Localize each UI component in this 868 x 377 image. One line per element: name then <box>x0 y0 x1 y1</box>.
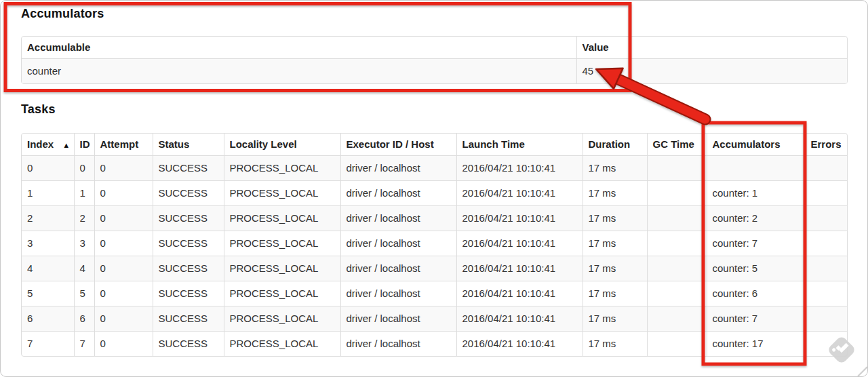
cell-launch-time: 2016/04/21 10:10:41 <box>456 256 583 281</box>
cell-duration: 17 ms <box>583 281 647 306</box>
cell-status: SUCCESS <box>153 180 224 205</box>
cell-status: SUCCESS <box>153 155 224 180</box>
cell-duration: 17 ms <box>583 306 647 331</box>
cell-duration: 17 ms <box>583 205 647 231</box>
cell-gc-time <box>647 281 707 306</box>
cell-index: 5 <box>22 281 74 306</box>
cell-launch-time: 2016/04/21 10:10:41 <box>456 180 583 205</box>
column-header-label: Errors <box>811 138 842 150</box>
column-header-errors[interactable]: Errors <box>805 134 847 155</box>
column-header-duration[interactable]: Duration <box>583 134 647 155</box>
table-row: 660SUCCESSPROCESS_LOCALdriver / localhos… <box>22 306 847 331</box>
tasks-section-title: Tasks <box>21 102 56 117</box>
table-row: 110SUCCESSPROCESS_LOCALdriver / localhos… <box>22 180 847 205</box>
cell-executor-id-host: driver / localhost <box>340 306 456 331</box>
header-row: Index▲IDAttemptStatusLocality LevelExecu… <box>22 134 847 155</box>
column-header-label: Status <box>159 138 190 150</box>
cell-executor-id-host: driver / localhost <box>340 281 456 306</box>
cell-duration: 17 ms <box>583 256 647 281</box>
cell-executor-id-host: driver / localhost <box>340 231 456 256</box>
cell-errors <box>805 231 847 256</box>
cell-attempt: 0 <box>94 331 153 356</box>
cell-executor-id-host: driver / localhost <box>340 180 456 205</box>
cell-gc-time <box>647 306 707 331</box>
cell-id: 3 <box>74 231 94 256</box>
cell-locality-level: PROCESS_LOCAL <box>224 231 340 256</box>
cell-gc-time <box>647 231 707 256</box>
cell-index: 2 <box>22 205 74 231</box>
cell-accumulators: counter: 17 <box>707 331 805 356</box>
cell-accumulators: counter: 2 <box>707 205 805 231</box>
cell-attempt: 0 <box>94 231 153 256</box>
column-header-id[interactable]: ID <box>74 134 94 155</box>
cell-executor-id-host: driver / localhost <box>340 155 456 180</box>
tasks-table: Index▲IDAttemptStatusLocality LevelExecu… <box>21 133 848 357</box>
table-row: 550SUCCESSPROCESS_LOCALdriver / localhos… <box>22 281 847 306</box>
cell-id: 5 <box>74 281 94 306</box>
cell-gc-time <box>647 180 707 205</box>
cell-gc-time <box>647 155 707 180</box>
cell-locality-level: PROCESS_LOCAL <box>224 331 340 356</box>
sort-ascending-icon: ▲ <box>62 141 70 149</box>
cell-gc-time <box>647 331 707 356</box>
cell-index: 1 <box>22 180 74 205</box>
column-header-label: Executor ID / Host <box>347 138 434 150</box>
cell-index: 0 <box>22 155 74 180</box>
column-header-attempt[interactable]: Attempt <box>94 134 153 155</box>
cell-launch-time: 2016/04/21 10:10:41 <box>456 281 583 306</box>
cell-duration: 17 ms <box>583 180 647 205</box>
column-header-label: Locality Level <box>230 138 297 150</box>
accumulators-section-title: Accumulators <box>21 7 104 21</box>
cell-launch-time: 2016/04/21 10:10:41 <box>456 331 583 356</box>
cell-index: 6 <box>22 306 74 331</box>
column-header-label: Duration <box>589 138 631 150</box>
cell-attempt: 0 <box>94 155 153 180</box>
cell-duration: 17 ms <box>583 231 647 256</box>
cell-accumulators: counter: 6 <box>707 281 805 306</box>
cell-locality-level: PROCESS_LOCAL <box>224 180 340 205</box>
cell-accumulators: counter: 1 <box>707 180 805 205</box>
cell-id: 4 <box>74 256 94 281</box>
cell-errors <box>805 256 847 281</box>
table-row: 770SUCCESSPROCESS_LOCALdriver / localhos… <box>22 331 847 356</box>
column-header-label: ID <box>80 138 90 150</box>
cell-id: 7 <box>74 331 94 356</box>
cell-id: 1 <box>74 180 94 205</box>
cell-status: SUCCESS <box>153 256 224 281</box>
table-row: 440SUCCESSPROCESS_LOCALdriver / localhos… <box>22 256 847 281</box>
cell-accumulators <box>707 155 805 180</box>
cell-attempt: 0 <box>94 180 153 205</box>
cell-index: 7 <box>22 331 74 356</box>
cell-locality-level: PROCESS_LOCAL <box>224 256 340 281</box>
column-header-index[interactable]: Index▲ <box>22 134 74 155</box>
cell-errors <box>805 331 847 356</box>
cell-locality-level: PROCESS_LOCAL <box>224 205 340 231</box>
column-header-label: GC Time <box>653 138 694 150</box>
cell-gc-time <box>647 205 707 231</box>
cell-launch-time: 2016/04/21 10:10:41 <box>456 306 583 331</box>
column-header-gc-time[interactable]: GC Time <box>647 134 707 155</box>
column-header-executor-id-host[interactable]: Executor ID / Host <box>340 134 456 155</box>
column-header-launch-time[interactable]: Launch Time <box>456 134 583 155</box>
column-header-label: Accumulable <box>27 41 90 53</box>
column-header-value[interactable]: Value <box>576 37 847 58</box>
column-header-accumulators[interactable]: Accumulators <box>707 134 805 155</box>
column-header-locality-level[interactable]: Locality Level <box>224 134 340 155</box>
cell-index: 3 <box>22 231 74 256</box>
cell-attempt: 0 <box>94 306 153 331</box>
cell-launch-time: 2016/04/21 10:10:41 <box>456 155 583 180</box>
column-header-label: Attempt <box>100 138 139 150</box>
cell-executor-id-host: driver / localhost <box>340 256 456 281</box>
cell-errors <box>805 281 847 306</box>
column-header-accumulable[interactable]: Accumulable <box>22 37 576 58</box>
cell-executor-id-host: driver / localhost <box>340 331 456 356</box>
cell-value: 45 <box>576 58 847 83</box>
column-header-status[interactable]: Status <box>153 134 224 155</box>
cell-attempt: 0 <box>94 256 153 281</box>
cell-executor-id-host: driver / localhost <box>340 205 456 231</box>
cell-id: 6 <box>74 306 94 331</box>
column-header-label: Launch Time <box>462 138 525 150</box>
cell-locality-level: PROCESS_LOCAL <box>224 281 340 306</box>
cell-duration: 17 ms <box>583 331 647 356</box>
cell-accumulators: counter: 7 <box>707 306 805 331</box>
